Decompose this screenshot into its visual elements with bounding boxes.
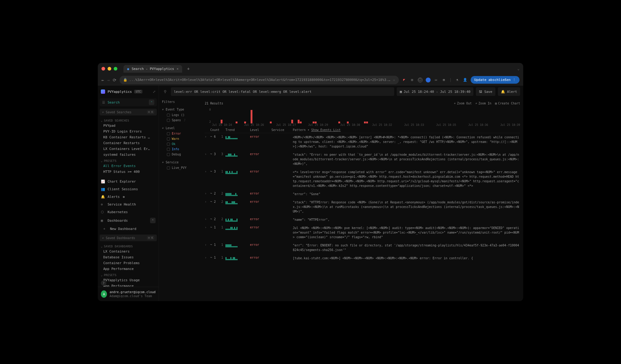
table-row[interactable]: ›~ 11error[tube.kai-stuht.com:<NUM>] <NU… (205, 254, 520, 262)
sidebar-item[interactable]: HTTP Status >= 400 (98, 169, 159, 175)
level-filter[interactable]: Debug (162, 152, 199, 157)
close-window-button[interactable] (101, 67, 105, 71)
nav-search[interactable]: ☰ Search ⌃ (100, 98, 157, 106)
nav-item[interactable]: ⬡Kubernetes (98, 208, 159, 216)
level-section[interactable]: ⌕Level (162, 125, 199, 131)
tabs-dropdown-icon[interactable]: ⌄ (517, 67, 520, 71)
logs-filter[interactable]: Logs () (162, 112, 199, 118)
browser-tab[interactable]: ◉ Search - PVYapplytics × (123, 65, 182, 73)
saved-dashboards-section[interactable]: ⌄SAVED DASHBOARDS (98, 243, 159, 249)
table-row[interactable]: ›~ 11error"err": "Error: ENOENT: no such… (205, 241, 520, 254)
service-filter[interactable]: Live_PVY (162, 165, 199, 170)
nav-item[interactable]: ⊕Service Health (98, 201, 159, 208)
level-header[interactable]: Level (250, 128, 271, 132)
table-row[interactable]: ›~ 31error<*> level=error msg="response … (205, 168, 520, 190)
level-filter[interactable]: Ok (162, 141, 199, 147)
nav-item[interactable]: 📈Chart Explorer (98, 178, 159, 185)
table-row[interactable]: ›~ 11errorJul <NUM> <NUM>:<NUM>:<NUM> pv… (205, 224, 520, 241)
nav-item[interactable]: 👥Client Sessions (98, 185, 159, 193)
ext-icon-1[interactable]: ◤ (402, 78, 407, 82)
zoom-in-button[interactable]: ⌕Zoom In (476, 102, 491, 105)
bookmark-icon[interactable]: ☆ (393, 78, 395, 82)
sidebar-item[interactable]: Container Problems (98, 260, 159, 266)
expand-icon[interactable]: › (205, 217, 209, 221)
sidebar-item[interactable]: Container Restarts (98, 140, 159, 146)
sidebar-item[interactable]: PVYpad (98, 123, 159, 129)
help-button[interactable]: ? (101, 280, 106, 286)
trend-header[interactable]: Trend (226, 128, 250, 132)
sidebar-item[interactable]: App Performance (98, 283, 159, 287)
ext-icon-4[interactable] (426, 78, 431, 82)
create-chart-button[interactable]: ▤Create Chart (495, 102, 520, 105)
time-range-picker[interactable]: ▦ Jul 25 18:24:40 - Jul 25 18:39:40 (397, 87, 473, 96)
count-header[interactable]: Count (209, 128, 226, 132)
sidebar-item[interactable]: LX Containers Level Er… (98, 146, 159, 152)
ext-icon-5[interactable]: ▭ (434, 78, 439, 82)
chevron-up-icon[interactable]: ⌃ (150, 218, 156, 223)
search-icon: ⌕ (162, 161, 164, 164)
table-row[interactable]: ›~ 22error"name": "HTTPError", (205, 216, 520, 224)
sidebar-item[interactable]: App Performance (98, 266, 159, 272)
saved-dashboards-input[interactable]: ⌕ Saved Dashboards ⌘ K (100, 235, 157, 241)
ext-icon-3[interactable]: ⓘ (418, 78, 423, 82)
level-filter[interactable]: Error (162, 131, 199, 136)
profile-icon[interactable]: 👤 (463, 78, 468, 82)
close-tab-icon[interactable]: × (177, 67, 179, 71)
ext-icon-2[interactable]: ⊡ (410, 78, 415, 82)
expand-icon[interactable]: › (205, 135, 209, 138)
nav-item[interactable]: ▦Dashboards⌃ (98, 216, 159, 225)
sidebar-item[interactable]: PVY-ID Login Errors (98, 129, 159, 134)
expand-icon[interactable]: › (205, 256, 209, 259)
reload-button[interactable]: ⟳ (113, 78, 116, 82)
chevron-up-icon[interactable]: ⌃ (149, 100, 154, 105)
show-events-link[interactable]: Show Events List (311, 128, 340, 132)
table-row[interactable]: ›~ 61error<NUM>/<NUM>/<NUM> <NUM>:<NUM>:… (205, 133, 520, 151)
minimize-window-button[interactable] (108, 67, 111, 71)
tz-badge[interactable]: UTC (134, 90, 142, 93)
expand-icon[interactable]: › (205, 152, 209, 156)
forward-button[interactable]: → (107, 78, 109, 82)
zoom-out-button[interactable]: ⌕Zoom Out (454, 102, 472, 105)
level-filter[interactable]: Warn (162, 136, 199, 141)
sidebar-item[interactable]: PVYapplytics Usage (98, 277, 159, 283)
expand-icon[interactable]: › (205, 192, 209, 195)
query-input[interactable]: level:err OR level:crit OR level:fatal O… (171, 87, 394, 96)
expand-icon[interactable]: ⤢ (153, 90, 156, 94)
sidebar-item[interactable]: K8 Container Restarts … (98, 134, 159, 140)
new-dashboard-button[interactable]: + New Dashboard (98, 225, 159, 233)
table-row[interactable]: ›~ 22error"error": "Gone" (205, 190, 520, 198)
expand-icon[interactable]: › (205, 200, 209, 203)
saved-searches-input[interactable]: ⌕ Saved Searches ⌘ K (100, 109, 157, 115)
alert-button[interactable]: 🔔Alert (498, 87, 520, 96)
service-header[interactable]: Service (271, 128, 293, 132)
sidebar-item[interactable]: Database Issues (98, 254, 159, 260)
filter-icon[interactable]: ⚲ (162, 88, 168, 96)
new-tab-button[interactable]: + (187, 66, 189, 71)
saved-searches-section[interactable]: ⌄SAVED SEARCHES (98, 117, 159, 123)
dash-presets-section[interactable]: ⌄PRESETS (98, 272, 159, 277)
nav-item[interactable]: 🔔Alerts (98, 193, 159, 201)
maximize-window-button[interactable] (114, 67, 117, 71)
expand-icon[interactable]: › (205, 243, 209, 246)
level-filter[interactable]: Info (162, 147, 199, 152)
update-button[interactable]: Update abschließen ⋮ (471, 76, 520, 84)
histogram-chart[interactable]: 82 Jul 25 18:24Jul 25 18:26Jul 25 18:27J… (205, 108, 520, 126)
table-row[interactable]: ›~ 33error"stack": "Error: no peer with … (205, 151, 520, 168)
event-type-section[interactable]: ⌕Event Type (162, 107, 199, 112)
sidebar-item[interactable]: systemd failures (98, 152, 159, 158)
address-bar[interactable]: 🔒 ...%3Aerr+OR+level%3Acrit+OR+level%3Af… (119, 76, 399, 84)
expand-icon[interactable]: › (205, 226, 209, 229)
labs-icon[interactable]: ⚗ (455, 78, 460, 82)
sidebar-item[interactable]: All Error Events (98, 163, 159, 169)
presets-section[interactable]: ⌄PRESETS (98, 158, 159, 163)
back-button[interactable]: ← (101, 78, 104, 82)
spans-filter[interactable]: Spans⤴ (162, 118, 199, 123)
pattern-cell: "error": "Gone" (293, 192, 520, 196)
table-row[interactable]: ›~ 22error"stack": "HTTPError: Response … (205, 198, 520, 216)
user-menu[interactable]: A andre.grueter@iqcom.cloud Adam@iqcom.c… (98, 287, 159, 301)
sidebar-item[interactable]: LX Containers (98, 249, 159, 254)
save-button[interactable]: 🖫Save (476, 87, 495, 96)
service-section[interactable]: ⌕Service (162, 159, 199, 165)
expand-icon[interactable]: › (205, 170, 209, 173)
puzzle-icon[interactable]: ⊞ (442, 78, 446, 82)
